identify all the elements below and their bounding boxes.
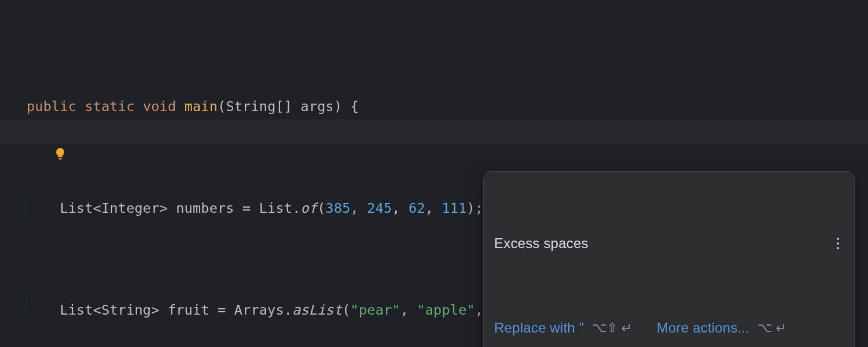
kebab-menu-icon[interactable] [832, 238, 844, 249]
keyword: void [143, 98, 176, 115]
action-label: Replace with " [494, 315, 584, 341]
method-name: main [185, 98, 218, 115]
string-literal: "pear" [351, 302, 400, 318]
action-label: More actions... [657, 315, 749, 341]
number-literal: 62 [409, 200, 425, 216]
lightbulb-icon[interactable] [3, 118, 17, 132]
code-text: (String[] args) { [218, 98, 359, 115]
number-literal: 385 [326, 200, 351, 216]
shortcut-text: ⌥ [757, 315, 772, 341]
shortcut-text: ⌥⇧ [592, 315, 617, 341]
method-call: asList [292, 302, 342, 318]
code-text: , [400, 302, 417, 318]
shortcut-hint: ⌥ [757, 315, 786, 341]
enter-icon [619, 323, 631, 333]
number-literal: 245 [367, 200, 392, 216]
code-line[interactable]: public static void main(String[] args) { [27, 94, 608, 119]
shortcut-hint: ⌥⇧ [592, 315, 631, 341]
code-text: List<Integer> numbers = List. [27, 200, 301, 216]
code-text: List<String> fruit = Arrays. [27, 302, 292, 318]
code-text: , [351, 200, 367, 216]
code-text: ( [342, 302, 350, 318]
code-text: ( [317, 200, 325, 216]
code-text: , [392, 200, 409, 216]
inspection-popup[interactable]: Excess spaces Replace with " ⌥⇧ More act… [483, 171, 855, 347]
method-call: of [301, 200, 318, 216]
code-text: , [425, 200, 442, 216]
code-editor[interactable]: public static void main(String[] args) {… [0, 0, 868, 305]
code-text: ); [467, 200, 484, 216]
replace-action[interactable]: Replace with " ⌥⇧ [494, 315, 631, 341]
more-actions[interactable]: More actions... ⌥ [657, 315, 786, 341]
indent-guide [27, 297, 27, 323]
gutter [0, 0, 23, 347]
popup-title-row: Excess spaces [484, 223, 854, 261]
enter-icon [773, 323, 786, 333]
number-literal: 111 [442, 200, 466, 216]
popup-title: Excess spaces [494, 231, 589, 256]
indent-guide [27, 195, 27, 221]
keyword: public [27, 98, 76, 115]
popup-actions: Replace with " ⌥⇧ More actions... ⌥ [484, 312, 854, 347]
keyword: static [84, 98, 134, 115]
string-literal: "apple" [417, 302, 475, 318]
